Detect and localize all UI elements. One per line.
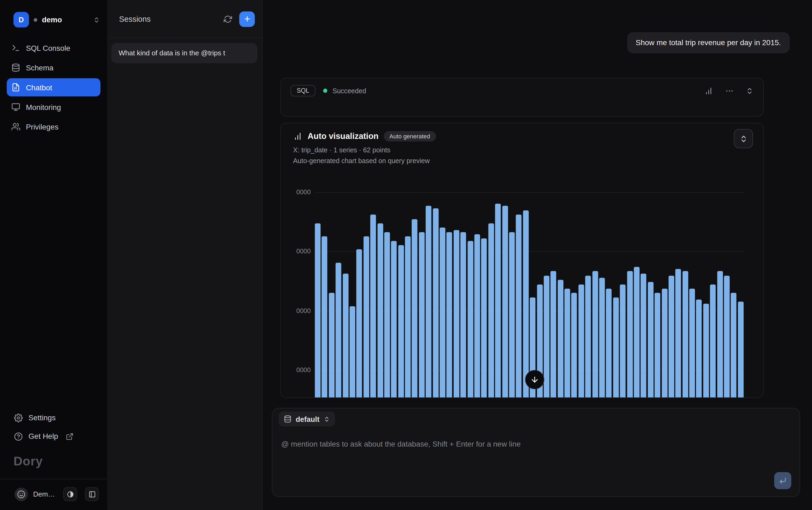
bar <box>544 276 549 398</box>
bar <box>398 245 403 397</box>
bar <box>717 271 723 397</box>
sidebar-item-monitoring[interactable]: Monitoring <box>7 98 100 116</box>
bar <box>703 304 709 397</box>
settings-label: Settings <box>28 414 56 422</box>
bar <box>516 215 521 397</box>
help-circle-icon <box>14 432 23 441</box>
arrow-down-icon <box>530 375 539 384</box>
bar <box>731 293 736 397</box>
sidebar-item-label: SQL Console <box>26 44 70 52</box>
bar <box>454 230 459 398</box>
bar <box>682 271 688 397</box>
bar <box>585 276 591 398</box>
bar <box>558 280 563 397</box>
viz-meta: X: trip_date · 1 series · 62 points <box>280 141 763 154</box>
bar <box>468 241 473 397</box>
return-icon <box>779 477 787 484</box>
bar <box>509 232 515 398</box>
sidebar-item-label: Chatbot <box>26 83 52 92</box>
bar <box>551 271 557 397</box>
sessions-header: Sessions <box>107 0 262 38</box>
bar <box>689 289 695 397</box>
database-select[interactable]: default <box>279 412 335 426</box>
sidebar-item-privileges[interactable]: Privileges <box>7 118 100 136</box>
bar <box>481 238 487 397</box>
chevrons-up-down-icon <box>324 416 330 422</box>
bar <box>627 271 633 397</box>
refresh-sessions-button[interactable] <box>220 11 236 27</box>
chevrons-up-down-icon <box>93 17 100 23</box>
sidebar-item-sql-console[interactable]: SQL Console <box>7 39 100 57</box>
bar <box>655 293 660 397</box>
bar <box>433 208 439 398</box>
bar <box>412 219 418 397</box>
bar <box>440 228 445 397</box>
workspace-name: demo <box>42 16 89 24</box>
bar-chart: 0000 0000 0000 0000 <box>293 187 744 397</box>
bar <box>488 223 494 397</box>
settings-button[interactable]: Settings <box>0 408 107 427</box>
more-options-button[interactable] <box>725 86 734 95</box>
expand-sql-button[interactable] <box>746 87 753 94</box>
user-avatar <box>14 487 28 501</box>
chat-area: Show me total trip revenue per day in 20… <box>263 0 812 510</box>
user-name: Dem… <box>33 490 55 498</box>
chart-toggle-button[interactable] <box>704 86 713 95</box>
user-message-bubble: Show me total trip revenue per day in 20… <box>627 32 790 54</box>
expand-chart-button[interactable] <box>734 129 753 148</box>
bar-chart-icon <box>704 86 713 95</box>
gear-icon <box>14 413 23 422</box>
y-tick-label: 0000 <box>296 366 311 373</box>
bar <box>738 302 744 397</box>
app-logo: Dory <box>0 446 107 479</box>
bar <box>322 236 327 397</box>
bar <box>662 289 667 397</box>
auto-generated-badge: Auto generated <box>384 131 436 142</box>
bar <box>634 267 640 397</box>
chat-input[interactable]: @ mention tables to ask about the databa… <box>281 435 769 489</box>
sidebar-nav: SQL Console Schema Chatbot Monitoring <box>0 36 107 139</box>
bar <box>447 232 452 398</box>
bar <box>592 271 598 397</box>
workspace-status-dot <box>34 18 37 22</box>
bar <box>523 210 529 398</box>
bar <box>620 284 626 397</box>
status-dot-success <box>323 89 327 93</box>
collapse-sidebar-button[interactable] <box>85 487 99 501</box>
bar <box>710 284 716 397</box>
send-button[interactable] <box>774 472 791 489</box>
bar <box>675 269 681 397</box>
y-tick-label: 0000 <box>296 248 311 255</box>
plus-icon <box>243 15 251 23</box>
bar <box>606 289 612 397</box>
monitor-icon <box>11 103 20 112</box>
session-list-item[interactable]: What kind of data is in the @trips t <box>112 43 258 63</box>
chevrons-up-down-icon <box>746 87 753 94</box>
bar <box>370 215 376 397</box>
theme-toggle-button[interactable] <box>63 487 77 501</box>
bar <box>315 223 321 397</box>
bar <box>377 223 383 397</box>
sql-card-actions <box>704 86 753 95</box>
scroll-to-bottom-button[interactable] <box>525 370 544 389</box>
bar <box>391 241 397 397</box>
new-session-button[interactable] <box>239 11 255 27</box>
workspace-switcher[interactable]: D demo <box>0 0 107 36</box>
viz-title: Auto visualization <box>308 132 379 141</box>
y-axis-labels: 0000 0000 0000 0000 <box>293 187 315 397</box>
sidebar-item-schema[interactable]: Schema <box>7 59 100 77</box>
chat-input-placeholder: @ mention tables to ask about the databa… <box>281 440 521 448</box>
get-help-label: Get Help <box>28 432 58 441</box>
bar <box>426 206 431 397</box>
sidebar-item-label: Privileges <box>26 122 58 131</box>
get-help-button[interactable]: Get Help <box>0 427 107 446</box>
bar <box>357 249 362 397</box>
workspace-avatar: D <box>13 12 29 27</box>
database-icon <box>11 63 20 72</box>
bar <box>502 206 508 397</box>
external-link-icon <box>66 432 73 440</box>
bar <box>571 293 577 397</box>
database-icon <box>284 415 292 423</box>
sidebar-item-chatbot[interactable]: Chatbot <box>7 78 100 96</box>
bar <box>724 276 729 398</box>
